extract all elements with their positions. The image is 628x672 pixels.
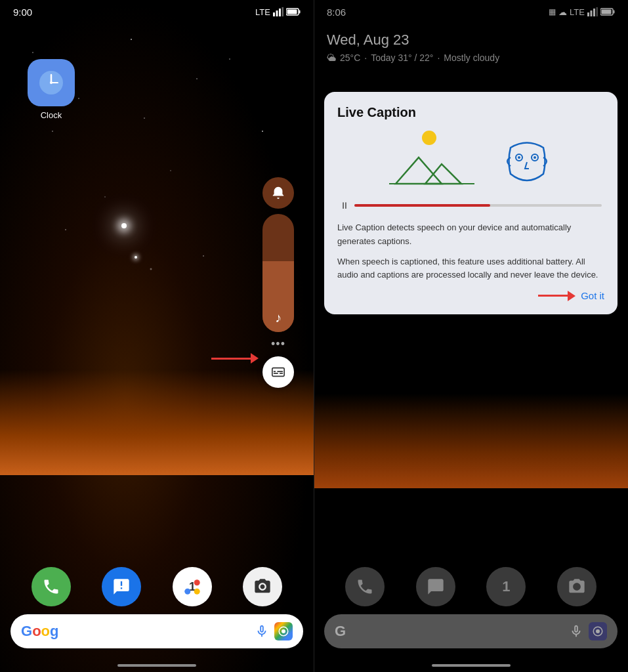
right-camera-icon (568, 578, 586, 596)
note-icon: ♪ (275, 310, 282, 326)
face-scene (501, 135, 553, 190)
volume-track[interactable]: ♪ (262, 214, 294, 332)
live-caption-description: Live Caption detects speech on your devi… (337, 221, 604, 282)
left-search-bar[interactable]: Goog (10, 614, 303, 648)
right-phone-panel: 8:06 ▦ ☁ LTE Wed, Aug 23 🌥 25°C · Tod (314, 0, 628, 672)
svg-rect-1 (276, 10, 278, 16)
svg-point-22 (282, 629, 285, 633)
left-home-indicator (117, 664, 196, 667)
svg-rect-26 (597, 7, 598, 16)
bell-icon (271, 186, 285, 200)
svg-rect-0 (273, 12, 275, 16)
svg-rect-25 (593, 9, 595, 16)
mountain-scene (389, 131, 474, 190)
left-time: 9:00 (13, 7, 32, 18)
weather-date: Wed, Aug 23 (327, 32, 499, 49)
right-google-one-button[interactable]: 1 (486, 567, 526, 606)
svg-rect-24 (591, 10, 593, 16)
clock-app-label: Clock (41, 110, 62, 120)
chat-icon (112, 578, 131, 596)
cloud-icon: ☁ (558, 7, 567, 17)
right-google-one-label: 1 (502, 578, 510, 595)
right-status-icons: ▦ ☁ LTE (549, 7, 615, 17)
live-caption-illustration (337, 131, 604, 190)
right-phone-button[interactable] (345, 567, 385, 606)
left-status-bar: 9:00 LTE (0, 0, 314, 24)
caption-icon (271, 365, 285, 379)
svg-rect-5 (299, 10, 301, 14)
battery-icon (286, 8, 301, 16)
sun-circle (422, 131, 436, 145)
right-search-bar[interactable]: G (324, 614, 618, 648)
weather-forecast: Today 31° / 22° (371, 52, 433, 63)
pause-icon[interactable]: ⏸ (340, 200, 349, 211)
got-it-row: Got it (337, 290, 604, 301)
lens-icon-svg (278, 625, 289, 637)
mic-icon[interactable] (255, 624, 269, 639)
right-lte-label: LTE (570, 7, 585, 17)
right-chat-button[interactable] (416, 567, 455, 606)
right-dock: 1 (314, 567, 628, 606)
svg-point-21 (194, 589, 199, 595)
left-phone-panel: 9:00 LTE C (0, 0, 314, 672)
description-paragraph-2: When speech is captioned, this feature u… (337, 255, 604, 283)
left-status-icons: LTE (255, 7, 301, 17)
right-chat-icon (427, 578, 445, 596)
phone-icon (42, 578, 60, 596)
left-dock: 1 (0, 567, 314, 606)
audio-bar-fill (354, 204, 490, 207)
right-camera-button[interactable] (557, 567, 597, 606)
svg-rect-16 (280, 373, 283, 374)
live-caption-toggle-button[interactable] (262, 356, 294, 388)
right-mic-icon[interactable] (569, 624, 583, 639)
clock-icon-circle (28, 59, 75, 106)
phone-app-button[interactable] (31, 567, 71, 606)
svg-point-11 (50, 81, 52, 84)
volume-bell-button[interactable] (262, 177, 294, 209)
weather-widget: Wed, Aug 23 🌥 25°C · Today 31° / 22° · M… (327, 32, 499, 63)
svg-rect-13 (274, 371, 276, 372)
right-phone-icon (356, 578, 374, 596)
got-it-button[interactable]: Got it (581, 290, 604, 301)
google-one-icon: 1 (180, 575, 204, 598)
bright-star2 (135, 256, 137, 259)
svg-point-19 (194, 579, 199, 585)
mountains-svg (389, 148, 474, 187)
signal-icon (273, 7, 283, 16)
svg-rect-2 (279, 9, 281, 16)
weather-info: 🌥 25°C · Today 31° / 22° · Mostly cloudy (327, 52, 499, 63)
right-google-logo: G (335, 623, 346, 640)
google-lens-icon[interactable] (274, 622, 293, 640)
svg-marker-31 (396, 158, 442, 184)
clock-app-icon[interactable]: Clock (28, 59, 75, 120)
notification-icon: ▦ (549, 7, 556, 16)
svg-point-37 (596, 629, 600, 633)
svg-rect-29 (602, 10, 612, 14)
weather-temp: 25°C (340, 52, 360, 63)
right-status-bar: 8:06 ▦ ☁ LTE (314, 0, 628, 24)
right-lens-icon[interactable] (589, 622, 607, 640)
right-earth-glow (314, 370, 628, 488)
right-home-indicator (432, 664, 511, 667)
right-signal-icon (587, 7, 598, 16)
arrow-head (251, 353, 259, 364)
svg-rect-15 (277, 371, 283, 372)
red-arrow (211, 353, 259, 364)
got-it-arrow-head (568, 291, 576, 301)
face-svg (501, 135, 553, 187)
right-lens-icon-svg (592, 625, 604, 637)
svg-point-20 (184, 589, 190, 595)
weather-sep: · (364, 52, 367, 63)
chat-app-button[interactable] (102, 567, 141, 606)
camera-app-button[interactable] (243, 567, 282, 606)
weather-sep2: · (437, 52, 440, 63)
google-logo: Goog (21, 623, 58, 640)
arrow-line (211, 358, 251, 360)
more-options-dots[interactable]: ••• (271, 337, 285, 351)
svg-point-35 (518, 156, 520, 159)
google-one-app-button[interactable]: 1 (173, 567, 212, 606)
svg-rect-3 (282, 7, 284, 16)
right-time: 8:06 (327, 7, 346, 18)
volume-slider: ♪ ••• (262, 177, 294, 388)
live-caption-title: Live Caption (337, 105, 604, 120)
